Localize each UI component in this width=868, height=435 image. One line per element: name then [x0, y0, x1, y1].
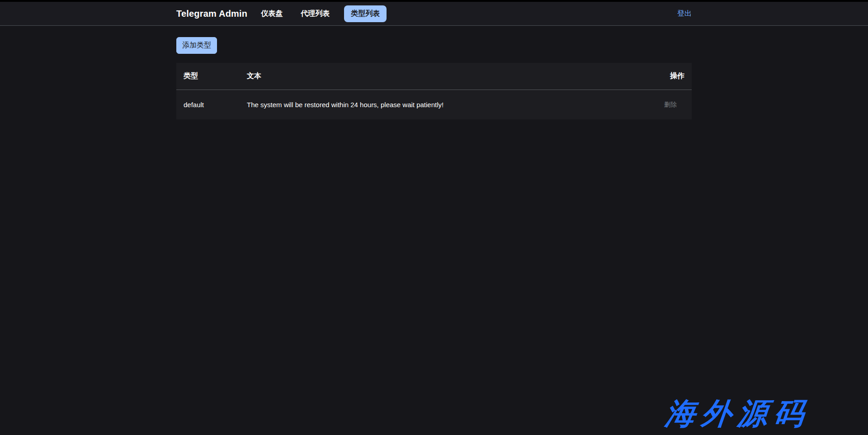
navbar: Telegram Admin 仪表盘 代理列表 类型列表 登出 [0, 2, 868, 26]
nav-item-agent-list[interactable]: 代理列表 [301, 9, 330, 19]
app-brand[interactable]: Telegram Admin [176, 9, 247, 19]
nav-item-dashboard[interactable]: 仪表盘 [261, 9, 283, 19]
table-header-row: 类型 文本 操作 [176, 63, 692, 90]
logout-link[interactable]: 登出 [677, 9, 692, 19]
table-row: default The system will be restored with… [176, 90, 692, 120]
add-type-button[interactable]: 添加类型 [176, 37, 217, 54]
column-header-action: 操作 [628, 63, 692, 90]
column-header-text: 文本 [240, 63, 628, 90]
cell-action: 删除 [628, 90, 692, 120]
cell-type-value: default [176, 90, 240, 120]
nav-item-type-list[interactable]: 类型列表 [344, 5, 387, 22]
column-header-type: 类型 [176, 63, 240, 90]
watermark-text: 海外源码 [663, 393, 812, 434]
type-table: 类型 文本 操作 default The system will be rest… [176, 63, 692, 119]
cell-text-value: The system will be restored within 24 ho… [240, 90, 628, 120]
main-content: 添加类型 类型 文本 操作 default The system will be… [176, 26, 692, 119]
delete-link[interactable]: 删除 [664, 101, 677, 108]
